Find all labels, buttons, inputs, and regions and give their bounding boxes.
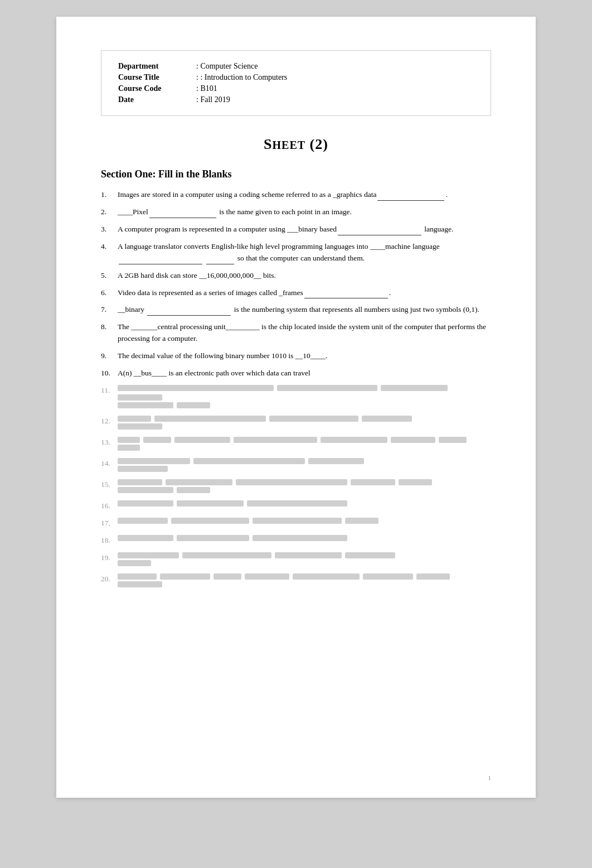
question-item: 7. __binary is the numbering system that… — [101, 304, 491, 316]
question-num: 9. — [101, 350, 118, 362]
question-item: 4. A language translator converts Englis… — [101, 241, 491, 264]
department-value: : Computer Science — [196, 62, 474, 71]
question-num: 5. — [101, 270, 118, 282]
course-title-value: : : Introduction to Computers — [196, 73, 474, 82]
blurred-num: 12. — [101, 416, 118, 431]
blurred-item: 14. — [101, 458, 491, 474]
questions-list: 1. Images are stored in a computer using… — [101, 189, 491, 379]
blurred-item: 16. — [101, 500, 491, 512]
question-num: 1. — [101, 189, 118, 201]
question-num: 3. — [101, 224, 118, 235]
date-label: Date — [118, 95, 196, 104]
question-text: ____Pixel is the name given to each poin… — [118, 206, 491, 218]
blurred-section: 11. 12. — [101, 385, 491, 589]
question-item: 6. Video data is represented as a series… — [101, 287, 491, 299]
question-text: __binary is the numbering system that re… — [118, 304, 491, 316]
blurred-num: 11. — [101, 385, 118, 410]
question-item: 10. A(n) __bus____ is an electronic path… — [101, 368, 491, 379]
question-item: 2. ____Pixel is the name given to each p… — [101, 206, 491, 218]
blurred-line — [118, 500, 491, 512]
question-num: 4. — [101, 241, 118, 264]
blurred-line — [118, 479, 491, 495]
blurred-line — [118, 458, 491, 474]
blurred-item: 19. — [101, 552, 491, 568]
blurred-num: 15. — [101, 479, 118, 495]
blurred-item: 20. — [101, 573, 491, 589]
question-text: The _______central processing unit______… — [118, 321, 491, 345]
blurred-item: 15. — [101, 479, 491, 495]
page-number: 1 — [488, 774, 492, 781]
question-item: 9. The decimal value of the following bi… — [101, 350, 491, 362]
question-text: The decimal value of the following binar… — [118, 350, 491, 362]
question-text: Video data is represented as a series of… — [118, 287, 491, 299]
question-text: A(n) __bus____ is an electronic path ove… — [118, 368, 491, 379]
blurred-line — [118, 518, 491, 529]
blurred-item: 13. — [101, 437, 491, 452]
blurred-item: 18. — [101, 535, 491, 547]
question-item: 3. A computer program is represented in … — [101, 224, 491, 235]
course-code-label: Course Code — [118, 84, 196, 93]
info-box: Department : Computer Science Course Tit… — [101, 50, 491, 116]
date-value: : Fall 2019 — [196, 95, 474, 104]
question-num: 10. — [101, 368, 118, 379]
info-table: Department : Computer Science Course Tit… — [118, 62, 474, 104]
question-text: A 2GB hard disk can store __16,000,000,0… — [118, 270, 491, 282]
blurred-line — [118, 416, 491, 431]
blurred-line — [118, 385, 491, 410]
sheet-title: SHEET (2) — [101, 136, 491, 153]
question-num: 6. — [101, 287, 118, 299]
page: Department : Computer Science Course Tit… — [56, 17, 536, 798]
blurred-line — [118, 552, 491, 568]
blurred-num: 17. — [101, 518, 118, 529]
question-num: 8. — [101, 321, 118, 345]
question-text: A language translator converts English-l… — [118, 241, 491, 264]
question-text: Images are stored in a computer using a … — [118, 189, 491, 201]
department-label: Department — [118, 62, 196, 71]
question-item: 8. The _______central processing unit___… — [101, 321, 491, 345]
blurred-num: 19. — [101, 552, 118, 568]
blurred-line — [118, 573, 491, 589]
course-title-label: Course Title — [118, 73, 196, 82]
blurred-line — [118, 437, 491, 452]
question-item: 5. A 2GB hard disk can store __16,000,00… — [101, 270, 491, 282]
blurred-line — [118, 535, 491, 547]
question-item: 1. Images are stored in a computer using… — [101, 189, 491, 201]
blurred-item: 17. — [101, 518, 491, 529]
blurred-num: 14. — [101, 458, 118, 474]
blurred-item: 12. — [101, 416, 491, 431]
question-num: 7. — [101, 304, 118, 316]
section-one-heading: Section One: Fill in the Blanks — [101, 168, 491, 180]
question-text: A computer program is represented in a c… — [118, 224, 491, 235]
blurred-num: 20. — [101, 573, 118, 589]
blurred-num: 16. — [101, 500, 118, 512]
blurred-num: 13. — [101, 437, 118, 452]
blurred-num: 18. — [101, 535, 118, 547]
course-code-value: : B101 — [196, 84, 474, 93]
question-num: 2. — [101, 206, 118, 218]
blurred-item: 11. — [101, 385, 491, 410]
